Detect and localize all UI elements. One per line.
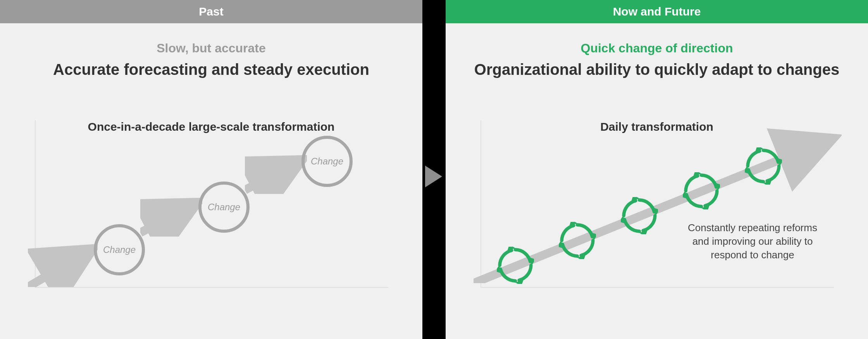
tag-now: Quick change of direction: [446, 41, 868, 55]
cycle-icon: [621, 197, 658, 234]
change-label: Change: [208, 202, 240, 213]
header-now: Now and Future: [446, 0, 868, 23]
change-label: Change: [311, 156, 343, 167]
change-circle-icon: Change: [301, 136, 353, 187]
arrow-play-icon: [425, 166, 442, 187]
cycle-icon: [559, 222, 596, 259]
panel-past: Past Slow, but accurate Accurate forecas…: [0, 0, 422, 339]
arrow-icon: [140, 194, 202, 237]
chart-area-now: Constantly repeating reforms and improvi…: [480, 120, 834, 288]
change-circle-icon: Change: [94, 224, 145, 275]
title-past: Accurate forecasting and steady executio…: [0, 61, 422, 78]
header-past: Past: [0, 0, 422, 23]
arrow-icon: [245, 151, 307, 194]
chart-area-past: Change Change Change: [35, 120, 388, 288]
panel-now: Now and Future Quick change of direction…: [446, 0, 868, 339]
svg-line-1: [140, 204, 195, 233]
cycle-icon: [683, 172, 720, 209]
caption-now: Constantly repeating reforms and improvi…: [683, 221, 822, 262]
title-now: Organizational ability to quickly adapt …: [446, 61, 868, 78]
change-circle-icon: Change: [198, 182, 250, 233]
svg-line-0: [28, 251, 90, 287]
svg-line-2: [245, 161, 299, 190]
cycle-icon: [745, 147, 782, 185]
tag-past: Slow, but accurate: [0, 41, 422, 55]
cycle-icon: [497, 247, 534, 284]
arrow-icon: [28, 240, 98, 287]
change-label: Change: [103, 244, 136, 255]
